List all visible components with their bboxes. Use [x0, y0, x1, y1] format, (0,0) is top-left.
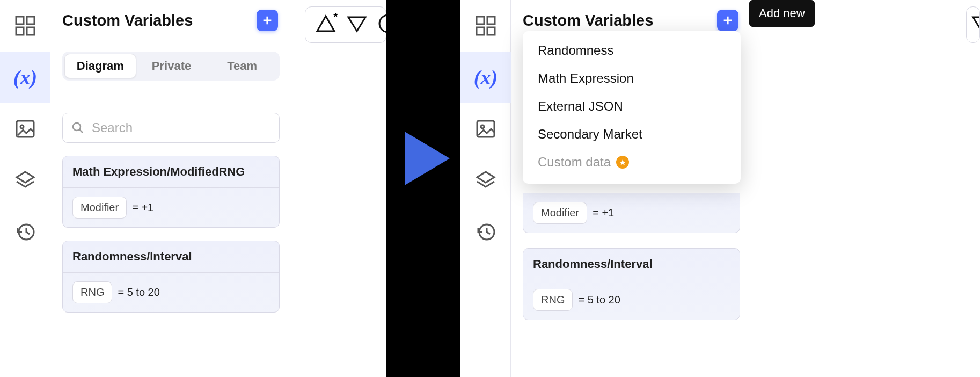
- plus-icon: [261, 15, 273, 26]
- variable-value: = +1: [593, 207, 614, 219]
- variable-card-body: Modifier = +1: [523, 193, 740, 233]
- history-icon: [475, 221, 496, 243]
- triangle-down-icon: [971, 13, 980, 34]
- panel-title: Custom Variables: [62, 12, 193, 30]
- tab-team[interactable]: Team: [207, 54, 277, 78]
- sidebar-rail: (x): [0, 0, 50, 377]
- variable-value: = 5 to 20: [118, 286, 159, 299]
- variable-card-title: Randomness/Interval: [63, 241, 279, 273]
- shape-triangle-down[interactable]: [971, 13, 980, 37]
- sidebar-item-history[interactable]: [460, 206, 511, 258]
- variable-chip[interactable]: Modifier: [72, 197, 127, 219]
- tab-private[interactable]: Private: [136, 54, 207, 78]
- sidebar-item-layers[interactable]: [0, 155, 50, 206]
- svg-rect-1: [27, 17, 34, 24]
- shapes-toolbar[interactable]: *: [305, 6, 386, 43]
- dropdown-item-custom[interactable]: Custom data ★: [523, 148, 741, 176]
- add-variable-button[interactable]: [717, 10, 738, 31]
- variables-icon: (x): [474, 66, 498, 89]
- add-variable-button[interactable]: [257, 10, 278, 31]
- layers-icon: [14, 170, 36, 191]
- variable-value: = +1: [132, 201, 153, 214]
- variable-card-mathexpr[interactable]: Math Expression/ModifiedRNG Modifier = +…: [523, 193, 740, 233]
- dropdown-item-extjson[interactable]: External JSON: [523, 92, 741, 120]
- variables-panel: Custom Variables Diagram Private Team Se…: [50, 0, 289, 377]
- sidebar-item-variables[interactable]: (x): [0, 52, 50, 103]
- variable-card-body: RNG = 5 to 20: [63, 273, 279, 312]
- panel-header: Custom Variables: [523, 10, 744, 31]
- premium-star-icon: ★: [616, 156, 629, 169]
- layers-icon: [475, 170, 496, 191]
- variables-icon: (x): [13, 66, 37, 89]
- svg-rect-12: [487, 27, 495, 35]
- search-icon: [71, 121, 84, 134]
- state-after: (x) Custom Variables Math Expression/Mo: [460, 0, 980, 377]
- tab-diagram[interactable]: Diagram: [64, 54, 136, 78]
- circle-icon: [377, 13, 386, 34]
- sidebar-item-dashboard[interactable]: [460, 0, 511, 52]
- sidebar-item-layers[interactable]: [460, 155, 511, 206]
- variable-card-body: Modifier = +1: [63, 188, 279, 227]
- state-before: (x) Custom Variables Diagram Private: [0, 0, 386, 377]
- variable-card-mathexpr[interactable]: Math Expression/ModifiedRNG Modifier = +…: [62, 156, 280, 228]
- shape-triangle-down[interactable]: [346, 13, 368, 37]
- sidebar-item-images[interactable]: [460, 103, 511, 155]
- panel-header: Custom Variables: [62, 10, 283, 31]
- dropdown-item-label: Custom data: [538, 155, 611, 170]
- dropdown-item-mathexpr[interactable]: Math Expression: [523, 64, 741, 92]
- history-icon: [14, 221, 36, 243]
- panel-title: Custom Variables: [523, 12, 653, 30]
- svg-rect-10: [487, 17, 495, 24]
- variable-card-title: Math Expression/ModifiedRNG: [63, 156, 279, 188]
- sidebar-rail: (x): [460, 0, 511, 377]
- svg-point-14: [481, 125, 484, 128]
- svg-rect-9: [477, 17, 484, 24]
- sidebar-item-dashboard[interactable]: [0, 0, 50, 52]
- variable-chip[interactable]: RNG: [533, 289, 573, 311]
- dropdown-item-secondary[interactable]: Secondary Market: [523, 120, 741, 148]
- svg-rect-11: [477, 27, 484, 35]
- variable-chip[interactable]: RNG: [72, 281, 112, 303]
- dashboard-icon: [14, 15, 36, 37]
- svg-point-5: [20, 125, 24, 128]
- image-icon: [475, 118, 496, 140]
- add-new-tooltip: Add new: [749, 0, 815, 27]
- variable-chip[interactable]: Modifier: [533, 202, 587, 224]
- variable-value: = 5 to 20: [578, 294, 620, 306]
- svg-point-7: [73, 123, 81, 130]
- dashboard-icon: [475, 15, 496, 37]
- svg-rect-2: [16, 27, 24, 35]
- shape-triangle-star[interactable]: *: [315, 13, 337, 37]
- variable-card-title: Randomness/Interval: [523, 249, 740, 280]
- play-arrow-icon: [405, 132, 450, 185]
- svg-rect-0: [16, 17, 24, 24]
- sidebar-item-history[interactable]: [0, 206, 50, 258]
- variable-card-body: RNG = 5 to 20: [523, 280, 740, 320]
- search-input[interactable]: Search: [62, 113, 280, 143]
- image-icon: [14, 118, 36, 140]
- search-placeholder: Search: [92, 120, 133, 135]
- svg-rect-3: [27, 27, 34, 35]
- add-variable-dropdown: Randomness Math Expression External JSON…: [523, 31, 741, 184]
- triangle-down-icon: [346, 13, 368, 34]
- sidebar-item-variables[interactable]: (x): [460, 52, 511, 103]
- svg-point-8: [379, 15, 386, 32]
- shape-circle[interactable]: [377, 13, 386, 37]
- variable-card-interval[interactable]: Randomness/Interval RNG = 5 to 20: [523, 248, 740, 320]
- asterisk-icon: *: [333, 11, 338, 23]
- scope-tabs: Diagram Private Team: [62, 52, 280, 81]
- variable-card-interval[interactable]: Randomness/Interval RNG = 5 to 20: [62, 241, 280, 313]
- shapes-toolbar[interactable]: [966, 6, 980, 43]
- sidebar-item-images[interactable]: [0, 103, 50, 155]
- transition-divider: [386, 0, 460, 377]
- dropdown-item-randomness[interactable]: Randomness: [523, 37, 741, 64]
- plus-icon: [722, 15, 734, 26]
